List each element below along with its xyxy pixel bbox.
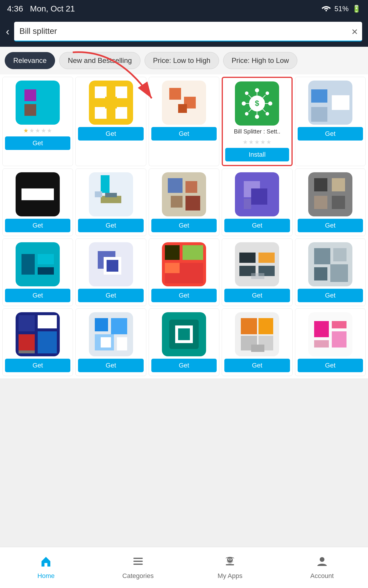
get-button-1[interactable]: Get (5, 136, 70, 150)
svg-rect-8 (115, 107, 127, 119)
app-icon-7 (89, 172, 133, 216)
nav-home[interactable]: Home (0, 547, 92, 588)
get-button-11[interactable]: Get (5, 289, 70, 302)
nav-categories[interactable]: Categories (92, 547, 184, 588)
get-button-9[interactable]: Get (224, 219, 290, 232)
get-button-7[interactable]: Get (78, 219, 143, 232)
home-icon (40, 555, 52, 570)
status-icons: 51% 🔋 (321, 4, 361, 13)
svg-rect-68 (330, 264, 348, 282)
app-icon-4: $ (235, 81, 279, 126)
svg-rect-77 (117, 337, 127, 350)
app-card-18: Get (149, 308, 219, 376)
svg-rect-74 (95, 318, 108, 331)
svg-rect-45 (244, 199, 251, 209)
svg-rect-83 (258, 318, 273, 334)
app-card-13: Get (149, 238, 219, 306)
app-icon-6 (16, 172, 60, 216)
filter-relevance[interactable]: Relevance (5, 52, 55, 69)
back-button[interactable]: ‹ (6, 26, 9, 38)
app-icon-9 (235, 172, 279, 216)
svg-rect-60 (239, 253, 256, 263)
get-button-3[interactable]: Get (151, 127, 217, 141)
time: 4:36 (7, 4, 23, 13)
get-button-2[interactable]: Get (78, 127, 143, 141)
svg-rect-64 (251, 273, 264, 279)
get-button-13[interactable]: Get (151, 289, 217, 302)
app-icon-1 (16, 81, 60, 125)
nav-home-label: Home (37, 572, 55, 580)
svg-rect-48 (314, 196, 327, 209)
svg-point-96 (320, 557, 324, 562)
get-button-16[interactable]: Get (5, 359, 70, 372)
svg-rect-52 (38, 267, 54, 275)
app-card-16: Get (2, 308, 73, 376)
person-icon (316, 555, 328, 570)
get-button-17[interactable]: Get (78, 359, 143, 372)
app-card-17: Get (75, 308, 146, 376)
svg-rect-90 (314, 340, 329, 348)
app-icon-19 (235, 312, 279, 356)
svg-rect-46 (314, 178, 327, 191)
clear-search-button[interactable]: ✕ (351, 27, 358, 36)
wifi-icon (321, 4, 331, 13)
svg-rect-7 (95, 107, 107, 119)
filter-price-high-low[interactable]: Price: High to Low (223, 52, 298, 69)
svg-rect-95 (226, 564, 234, 565)
get-button-18[interactable]: Get (151, 359, 217, 372)
app-card-5: Get (295, 77, 366, 166)
svg-rect-9 (105, 97, 117, 108)
svg-rect-2 (24, 89, 36, 101)
svg-rect-47 (332, 178, 345, 191)
svg-rect-70 (38, 315, 57, 328)
search-input[interactable] (14, 22, 362, 41)
nav-myapps-label: My Apps (218, 572, 242, 580)
app-icon-20 (308, 312, 352, 356)
get-button-6[interactable]: Get (5, 219, 70, 232)
svg-rect-39 (168, 178, 183, 193)
install-button-4[interactable]: Install (225, 148, 289, 161)
svg-line-29 (248, 109, 252, 112)
app-stars-1: ★ ★ ★ ★ ★ (23, 127, 52, 134)
app-card-1: ★ ★ ★ ★ ★ Get (2, 77, 73, 166)
app-icon-15 (308, 242, 352, 286)
filter-new-bestselling[interactable]: New and Bestselling (59, 52, 140, 69)
get-button-15[interactable]: Get (298, 289, 363, 302)
svg-rect-32 (332, 95, 349, 110)
app-card-2: Get (75, 77, 146, 166)
svg-rect-56 (165, 245, 180, 260)
svg-rect-66 (333, 248, 347, 261)
get-button-19[interactable]: Get (224, 359, 290, 372)
app-card-7: Get (75, 168, 146, 236)
svg-rect-57 (183, 245, 203, 260)
get-button-12[interactable]: Get (78, 289, 143, 302)
filter-price-low-high[interactable]: Price: Low to High (145, 52, 219, 69)
get-button-20[interactable]: Get (298, 359, 363, 372)
svg-point-19 (245, 91, 248, 95)
app-card-10: Get (295, 168, 366, 236)
svg-point-22 (266, 112, 269, 116)
app-card-19: Get (222, 308, 292, 376)
get-button-5[interactable]: Get (298, 127, 363, 141)
svg-rect-37 (95, 191, 102, 197)
svg-rect-61 (258, 253, 275, 263)
svg-rect-59 (165, 263, 180, 273)
get-button-10[interactable]: Get (298, 219, 363, 232)
get-button-14[interactable]: Get (224, 289, 290, 302)
svg-rect-40 (185, 181, 197, 193)
app-icon-18 (162, 312, 206, 356)
nav-myapps[interactable]: My Apps (184, 547, 276, 588)
status-bar: 4:36 Mon, Oct 21 51% 🔋 (0, 0, 368, 18)
svg-rect-10 (169, 88, 181, 100)
svg-rect-50 (21, 254, 35, 275)
app-icon-13 (162, 242, 206, 286)
svg-rect-51 (38, 254, 54, 264)
nav-account[interactable]: Account (276, 547, 368, 588)
nav-categories-label: Categories (122, 572, 154, 580)
svg-rect-67 (314, 267, 327, 280)
svg-rect-35 (101, 175, 110, 193)
svg-rect-88 (332, 321, 347, 328)
app-stars-4: ★ ★ ★ ★ ★ (243, 138, 271, 146)
svg-rect-89 (332, 331, 347, 348)
get-button-8[interactable]: Get (151, 219, 217, 232)
